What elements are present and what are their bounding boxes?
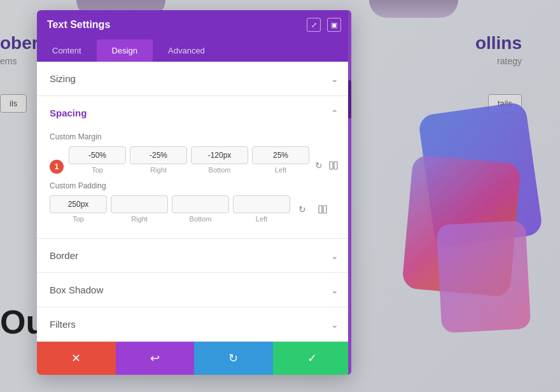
margin-input-row: 1 Top Right Bottom (50, 146, 339, 174)
modal-footer: ✕ ↩ ↻ ✓ (37, 342, 351, 375)
padding-right-input[interactable] (111, 195, 168, 213)
tab-advanced[interactable]: Advanced (153, 39, 220, 62)
margin-right-field: Right (130, 146, 187, 174)
border-section-header[interactable]: Border ⌄ (37, 239, 351, 272)
margin-bottom-input[interactable] (191, 146, 248, 164)
margin-left-field: Left (252, 146, 309, 174)
sizing-chevron-icon: ⌄ (331, 74, 339, 84)
modal-body: Sizing ⌄ Spacing ⌃ Custom Margin 1 Top (37, 62, 351, 342)
margin-reset-icon[interactable]: ↻ (313, 157, 324, 174)
padding-input-row: Top Right Bottom Left ↻ (50, 195, 339, 223)
padding-bottom-label: Bottom (190, 215, 212, 223)
margin-top-label: Top (92, 166, 103, 174)
box-shadow-section-header[interactable]: Box Shadow ⌄ (37, 273, 351, 307)
custom-margin-label: Custom Margin (50, 132, 339, 141)
undo-icon: ↩ (150, 351, 160, 365)
padding-link-icon[interactable] (314, 201, 331, 218)
padding-reset-icon[interactable]: ↻ (294, 201, 311, 218)
save-icon: ✓ (307, 351, 317, 365)
modal-header: Text Settings ⤢ ▣ (37, 10, 351, 39)
scroll-track (348, 10, 351, 375)
cancel-icon: ✕ (71, 351, 81, 365)
box-shadow-chevron-icon: ⌄ (331, 285, 339, 295)
padding-top-label: Top (73, 215, 84, 223)
modal-tabs: Content Design Advanced (37, 39, 351, 62)
spacing-section-header[interactable]: Spacing ⌃ (37, 96, 351, 130)
filters-label: Filters (50, 319, 76, 330)
padding-right-label: Right (131, 215, 148, 223)
layout-icon-btn[interactable]: ▣ (327, 18, 341, 32)
cancel-button[interactable]: ✕ (37, 342, 116, 375)
svg-rect-2 (319, 206, 322, 213)
sizing-section: Sizing ⌄ (37, 62, 351, 96)
margin-left-input[interactable] (252, 146, 309, 164)
svg-rect-1 (334, 162, 337, 169)
padding-bottom-input[interactable] (172, 195, 229, 213)
spacing-label: Spacing (50, 108, 87, 118)
filters-section: Filters ⌄ (37, 307, 351, 342)
spacing-section-body: Custom Margin 1 Top Right Bottom (37, 130, 351, 238)
tab-design[interactable]: Design (97, 39, 153, 62)
svg-rect-0 (330, 162, 333, 169)
text-settings-modal: Text Settings ⤢ ▣ Content Design Advance… (37, 10, 351, 375)
box-shadow-section: Box Shadow ⌄ (37, 273, 351, 307)
margin-left-label: Left (275, 166, 286, 174)
modal-title: Text Settings (47, 19, 110, 31)
border-label: Border (50, 250, 78, 261)
custom-padding-label: Custom Padding (50, 181, 339, 190)
filters-chevron-icon: ⌄ (331, 319, 339, 330)
border-section: Border ⌄ (37, 239, 351, 273)
redo-button[interactable]: ↻ (194, 342, 273, 375)
redo-icon: ↻ (228, 351, 238, 365)
scroll-thumb (348, 80, 351, 118)
margin-bottom-label: Bottom (209, 166, 231, 174)
padding-top-input[interactable] (50, 195, 107, 213)
expand-icon-btn[interactable]: ⤢ (307, 18, 321, 32)
spacing-chevron-icon: ⌃ (331, 108, 339, 118)
margin-link-icon[interactable] (328, 157, 339, 174)
margin-top-field: Top (69, 146, 126, 174)
padding-left-field: Left (233, 195, 290, 223)
undo-button[interactable]: ↩ (116, 342, 195, 375)
padding-left-label: Left (256, 215, 267, 223)
sizing-label: Sizing (50, 73, 76, 84)
box-shadow-label: Box Shadow (50, 284, 103, 295)
svg-rect-3 (323, 206, 326, 213)
modal-header-icons: ⤢ ▣ (307, 18, 341, 32)
border-chevron-icon: ⌄ (331, 251, 339, 261)
margin-top-input[interactable] (69, 146, 126, 164)
margin-right-label: Right (150, 166, 167, 174)
filters-section-header[interactable]: Filters ⌄ (37, 307, 351, 341)
margin-badge: 1 (50, 160, 64, 174)
padding-top-field: Top (50, 195, 107, 223)
sizing-section-header[interactable]: Sizing ⌄ (37, 62, 351, 95)
margin-right-input[interactable] (130, 146, 187, 164)
padding-right-field: Right (111, 195, 168, 223)
padding-left-input[interactable] (233, 195, 290, 213)
save-button[interactable]: ✓ (273, 342, 352, 375)
spacing-section: Spacing ⌃ Custom Margin 1 Top Right (37, 96, 351, 239)
tab-content[interactable]: Content (37, 39, 97, 62)
margin-bottom-field: Bottom (191, 146, 248, 174)
padding-bottom-field: Bottom (172, 195, 229, 223)
